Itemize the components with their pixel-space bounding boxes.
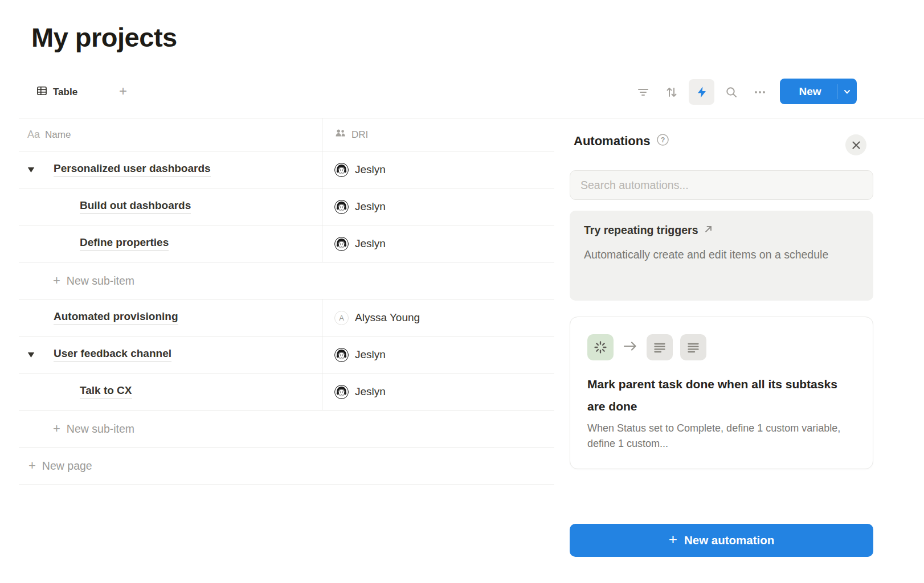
text-lines-icon bbox=[680, 334, 706, 360]
automation-card-description: When Status set to Complete, define 1 cu… bbox=[587, 421, 856, 451]
person-avatar bbox=[334, 163, 349, 177]
table-row: User feedback channel Jeslyn bbox=[19, 336, 554, 373]
people-icon bbox=[334, 128, 346, 142]
action-row-label: New page bbox=[42, 459, 92, 473]
text-lines-icon bbox=[647, 334, 673, 360]
dri-cell[interactable]: Jeslyn bbox=[322, 188, 554, 225]
projects-table: Aa Name DRI Personalized user dashboards bbox=[19, 118, 554, 485]
help-icon[interactable]: ? bbox=[656, 133, 669, 149]
tab-table-view[interactable]: Table bbox=[36, 79, 77, 105]
dri-name: Jeslyn bbox=[355, 163, 386, 176]
page-link[interactable]: Talk to CX bbox=[80, 384, 132, 400]
new-sub-item-row[interactable]: + New sub-item bbox=[19, 410, 554, 447]
action-row-label: New sub-item bbox=[67, 274, 134, 288]
add-view-button[interactable]: + bbox=[114, 82, 132, 100]
view-toolbar: Table + New bbox=[0, 79, 924, 105]
new-automation-button[interactable]: + New automation bbox=[570, 524, 873, 557]
page-link[interactable]: Automated provisioning bbox=[54, 310, 178, 326]
new-sub-item-row[interactable]: + New sub-item bbox=[19, 262, 554, 299]
table-row: Talk to CX Jeslyn bbox=[19, 373, 554, 410]
name-cell: Build out dashboards bbox=[19, 188, 322, 225]
panel-header: Automations ? bbox=[574, 133, 669, 149]
table-row: Personalized user dashboards Jeslyn bbox=[19, 151, 554, 188]
person-avatar bbox=[334, 385, 349, 399]
table-body: Personalized user dashboards Jeslyn Buil bbox=[19, 151, 554, 485]
person-avatar bbox=[334, 200, 349, 214]
svg-text:?: ? bbox=[661, 136, 665, 144]
column-header-name[interactable]: Aa Name bbox=[19, 118, 322, 151]
new-button-label: New bbox=[780, 85, 837, 98]
column-dri-label: DRI bbox=[351, 129, 368, 141]
table-row: Define properties Jeslyn bbox=[19, 225, 554, 262]
chevron-down-icon[interactable] bbox=[837, 88, 857, 96]
expand-toggle-icon[interactable] bbox=[27, 352, 54, 358]
arrow-right-icon bbox=[622, 339, 638, 355]
expand-toggle-icon[interactable] bbox=[27, 389, 54, 395]
name-cell: Talk to CX bbox=[19, 373, 322, 410]
plus-icon: + bbox=[28, 458, 36, 473]
automations-panel: Automations ? Try repeating triggers Aut… bbox=[554, 118, 924, 583]
more-options-icon[interactable] bbox=[749, 81, 771, 104]
close-icon[interactable] bbox=[845, 134, 866, 155]
name-cell: Define properties bbox=[19, 225, 322, 262]
person-avatar bbox=[334, 348, 349, 362]
person-avatar bbox=[334, 237, 349, 251]
table-row: Build out dashboards Jeslyn bbox=[19, 188, 554, 225]
search-automations-box bbox=[570, 170, 873, 200]
dri-cell[interactable]: A Alyssa Young bbox=[322, 299, 554, 336]
dri-cell[interactable]: Jeslyn bbox=[322, 336, 554, 373]
new-page-row[interactable]: + New page bbox=[19, 447, 554, 485]
automation-card-title: Mark parent task done when all its subta… bbox=[587, 373, 856, 417]
dri-name: Jeslyn bbox=[355, 237, 386, 250]
automation-icon-row bbox=[587, 334, 856, 360]
plus-icon: + bbox=[669, 531, 677, 548]
letter-avatar: A bbox=[334, 311, 349, 325]
page-link[interactable]: Define properties bbox=[80, 236, 169, 252]
dri-cell[interactable]: Jeslyn bbox=[322, 151, 554, 188]
page-link[interactable]: Build out dashboards bbox=[80, 199, 191, 215]
expand-toggle-icon[interactable] bbox=[27, 167, 54, 173]
dri-cell[interactable]: Jeslyn bbox=[322, 225, 554, 262]
dri-name: Jeslyn bbox=[355, 200, 386, 213]
text-type-icon: Aa bbox=[27, 129, 40, 141]
new-automation-label: New automation bbox=[684, 533, 774, 547]
repeating-triggers-card[interactable]: Try repeating triggers Automatically cre… bbox=[570, 211, 873, 301]
notion-window: My projects Table + bbox=[0, 0, 924, 583]
page-link[interactable]: Personalized user dashboards bbox=[54, 162, 211, 178]
expand-toggle-icon[interactable] bbox=[27, 241, 54, 247]
search-automations-input[interactable] bbox=[570, 170, 873, 200]
expand-toggle-icon[interactable] bbox=[27, 204, 54, 210]
automations-lightning-icon[interactable] bbox=[689, 79, 714, 105]
promo-card-title: Try repeating triggers bbox=[584, 224, 698, 237]
sort-icon[interactable] bbox=[660, 81, 683, 104]
column-header-dri[interactable]: DRI bbox=[322, 118, 554, 151]
promo-card-description: Automatically create and edit items on a… bbox=[584, 244, 859, 265]
table-view-icon bbox=[36, 85, 47, 98]
view-tab-label: Table bbox=[53, 87, 77, 98]
name-cell: Automated provisioning bbox=[19, 299, 322, 336]
automation-template-card[interactable]: Mark parent task done when all its subta… bbox=[570, 317, 873, 469]
column-name-label: Name bbox=[45, 129, 71, 141]
dri-cell[interactable]: Jeslyn bbox=[322, 373, 554, 410]
expand-toggle-icon[interactable] bbox=[27, 315, 54, 321]
arrow-up-right-icon bbox=[704, 224, 713, 236]
dri-name: Jeslyn bbox=[355, 385, 386, 398]
search-icon[interactable] bbox=[720, 81, 743, 104]
plus-icon: + bbox=[53, 273, 60, 288]
name-cell: Personalized user dashboards bbox=[19, 151, 322, 188]
dri-name: Jeslyn bbox=[355, 348, 386, 361]
new-button[interactable]: New bbox=[780, 79, 857, 104]
page-link[interactable]: User feedback channel bbox=[54, 347, 171, 363]
name-cell: User feedback channel bbox=[19, 336, 322, 373]
action-row-label: New sub-item bbox=[67, 422, 134, 436]
plus-icon: + bbox=[53, 421, 60, 436]
trigger-spinner-icon bbox=[587, 334, 614, 360]
table-header-row: Aa Name DRI bbox=[19, 118, 554, 151]
panel-title: Automations bbox=[574, 134, 650, 149]
table-row: Automated provisioning A Alyssa Young bbox=[19, 299, 554, 336]
dri-name: Alyssa Young bbox=[355, 311, 420, 324]
page-title: My projects bbox=[31, 22, 177, 53]
filter-icon[interactable] bbox=[632, 81, 655, 104]
